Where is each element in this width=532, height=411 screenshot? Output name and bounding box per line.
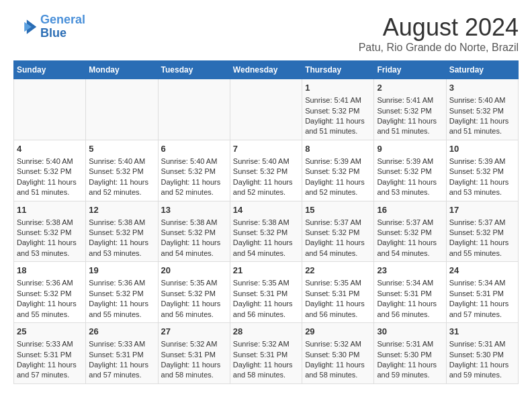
day-info: Sunrise: 5:38 AM xyxy=(233,218,299,228)
day-info: and 53 minutes. xyxy=(449,187,515,197)
day-number: 19 xyxy=(89,265,154,277)
day-info: Daylight: 11 hours xyxy=(449,360,515,370)
day-info: Sunrise: 5:32 AM xyxy=(233,339,299,349)
day-info: and 56 minutes. xyxy=(161,310,227,320)
day-info: Sunset: 5:32 PM xyxy=(377,106,443,116)
day-info: Sunrise: 5:35 AM xyxy=(305,278,371,288)
day-info: Sunrise: 5:39 AM xyxy=(305,156,371,167)
day-info: Sunset: 5:32 PM xyxy=(233,228,299,238)
week-row-2: 4Sunrise: 5:40 AMSunset: 5:32 PMDaylight… xyxy=(14,140,519,201)
day-info: Sunset: 5:31 PM xyxy=(377,289,443,299)
day-number: 30 xyxy=(377,326,443,338)
calendar-cell: 19Sunrise: 5:36 AMSunset: 5:32 PMDayligh… xyxy=(86,262,158,323)
day-info: Sunrise: 5:41 AM xyxy=(377,95,443,105)
day-info: and 51 minutes. xyxy=(449,126,515,136)
day-info: Sunset: 5:32 PM xyxy=(17,289,83,299)
day-info: and 58 minutes. xyxy=(233,370,299,380)
calendar-cell xyxy=(14,79,86,140)
day-info: Sunrise: 5:35 AM xyxy=(161,278,227,288)
day-info: Daylight: 11 hours xyxy=(17,299,83,309)
day-number: 1 xyxy=(305,82,371,94)
day-info: Sunset: 5:32 PM xyxy=(377,167,443,177)
calendar-cell: 21Sunrise: 5:35 AMSunset: 5:31 PMDayligh… xyxy=(230,262,302,323)
calendar-cell: 28Sunrise: 5:32 AMSunset: 5:31 PMDayligh… xyxy=(230,323,302,384)
day-info: Sunset: 5:31 PM xyxy=(305,289,371,299)
header: General Blue August 2024 Patu, Rio Grand… xyxy=(13,13,519,54)
day-header-thursday: Thursday xyxy=(302,61,374,79)
day-info: Daylight: 11 hours xyxy=(305,360,371,370)
title-area: August 2024 Patu, Rio Grande do Norte, B… xyxy=(359,13,519,54)
day-info: Daylight: 11 hours xyxy=(305,177,371,187)
day-header-friday: Friday xyxy=(374,61,446,79)
day-info: Daylight: 11 hours xyxy=(305,116,371,126)
day-info: and 52 minutes. xyxy=(305,187,371,197)
day-info: Daylight: 11 hours xyxy=(89,360,154,370)
day-number: 16 xyxy=(377,204,443,216)
calendar-cell: 11Sunrise: 5:38 AMSunset: 5:32 PMDayligh… xyxy=(14,201,86,262)
day-info: and 51 minutes. xyxy=(305,126,371,136)
day-number: 9 xyxy=(377,143,443,155)
calendar-cell: 1Sunrise: 5:41 AMSunset: 5:32 PMDaylight… xyxy=(302,79,374,140)
day-info: Sunset: 5:32 PM xyxy=(89,228,154,238)
day-number: 14 xyxy=(233,204,299,216)
day-info: and 58 minutes. xyxy=(161,370,227,380)
calendar-cell: 13Sunrise: 5:38 AMSunset: 5:32 PMDayligh… xyxy=(158,201,230,262)
calendar-cell xyxy=(158,79,230,140)
day-info: and 57 minutes. xyxy=(89,370,154,380)
day-info: Sunrise: 5:33 AM xyxy=(17,339,83,349)
day-info: Sunset: 5:30 PM xyxy=(305,350,371,360)
week-row-5: 25Sunrise: 5:33 AMSunset: 5:31 PMDayligh… xyxy=(14,323,519,384)
calendar-cell: 26Sunrise: 5:33 AMSunset: 5:31 PMDayligh… xyxy=(86,323,158,384)
calendar-table: SundayMondayTuesdayWednesdayThursdayFrid… xyxy=(13,60,519,384)
day-info: Daylight: 11 hours xyxy=(233,299,299,309)
day-info: Daylight: 11 hours xyxy=(161,299,227,309)
day-info: Sunrise: 5:40 AM xyxy=(17,156,83,167)
day-info: and 56 minutes. xyxy=(233,310,299,320)
day-info: and 52 minutes. xyxy=(89,187,154,197)
day-number: 11 xyxy=(17,204,83,216)
day-number: 26 xyxy=(89,326,154,338)
day-info: Daylight: 11 hours xyxy=(161,360,227,370)
day-info: and 55 minutes. xyxy=(89,310,154,320)
day-info: Sunrise: 5:40 AM xyxy=(161,156,227,167)
calendar-cell xyxy=(86,79,158,140)
day-info: Sunset: 5:31 PM xyxy=(17,350,83,360)
calendar-cell: 22Sunrise: 5:35 AMSunset: 5:31 PMDayligh… xyxy=(302,262,374,323)
logo: General Blue xyxy=(13,13,85,40)
calendar-cell: 8Sunrise: 5:39 AMSunset: 5:32 PMDaylight… xyxy=(302,140,374,201)
day-info: Sunrise: 5:39 AM xyxy=(377,156,443,167)
calendar-cell: 18Sunrise: 5:36 AMSunset: 5:32 PMDayligh… xyxy=(14,262,86,323)
day-number: 28 xyxy=(233,326,299,338)
calendar-title: August 2024 xyxy=(359,13,519,42)
day-info: Sunrise: 5:37 AM xyxy=(377,218,443,228)
day-number: 3 xyxy=(449,82,515,94)
day-info: Daylight: 11 hours xyxy=(17,177,83,187)
day-info: Sunset: 5:32 PM xyxy=(161,167,227,177)
day-number: 23 xyxy=(377,265,443,277)
day-info: Sunset: 5:31 PM xyxy=(233,350,299,360)
calendar-cell: 14Sunrise: 5:38 AMSunset: 5:32 PMDayligh… xyxy=(230,201,302,262)
day-info: Sunset: 5:32 PM xyxy=(161,289,227,299)
day-info: Sunrise: 5:32 AM xyxy=(161,339,227,349)
calendar-cell: 6Sunrise: 5:40 AMSunset: 5:32 PMDaylight… xyxy=(158,140,230,201)
calendar-cell: 12Sunrise: 5:38 AMSunset: 5:32 PMDayligh… xyxy=(86,201,158,262)
day-info: Sunset: 5:31 PM xyxy=(161,350,227,360)
calendar-cell: 20Sunrise: 5:35 AMSunset: 5:32 PMDayligh… xyxy=(158,262,230,323)
day-info: Daylight: 11 hours xyxy=(233,360,299,370)
day-info: Sunrise: 5:34 AM xyxy=(377,278,443,288)
day-info: and 57 minutes. xyxy=(449,310,515,320)
day-info: Daylight: 11 hours xyxy=(305,238,371,248)
day-info: Daylight: 11 hours xyxy=(377,299,443,309)
day-info: Sunset: 5:32 PM xyxy=(449,228,515,238)
logo-line1: General xyxy=(40,13,85,26)
day-header-wednesday: Wednesday xyxy=(230,61,302,79)
day-info: Sunrise: 5:39 AM xyxy=(449,156,515,167)
day-info: and 53 minutes. xyxy=(377,187,443,197)
week-row-4: 18Sunrise: 5:36 AMSunset: 5:32 PMDayligh… xyxy=(14,262,519,323)
day-number: 21 xyxy=(233,265,299,277)
calendar-cell: 16Sunrise: 5:37 AMSunset: 5:32 PMDayligh… xyxy=(374,201,446,262)
day-number: 25 xyxy=(17,326,83,338)
day-info: and 58 minutes. xyxy=(305,370,371,380)
calendar-cell: 5Sunrise: 5:40 AMSunset: 5:32 PMDaylight… xyxy=(86,140,158,201)
day-info: Sunrise: 5:38 AM xyxy=(161,218,227,228)
